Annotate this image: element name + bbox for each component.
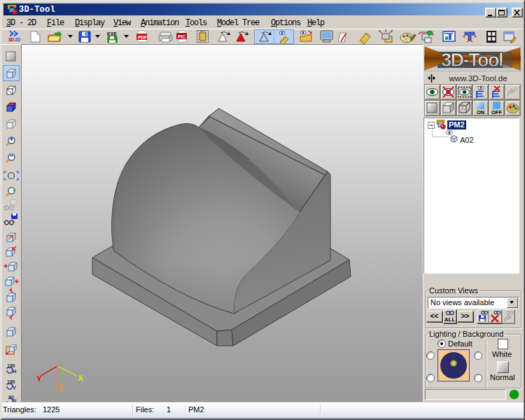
svg-text:ON: ON: [477, 109, 484, 115]
svg-text:3D: 3D: [8, 37, 15, 42]
svg-text:PDF: PDF: [138, 35, 147, 40]
svg-text:V: V: [13, 384, 16, 391]
svg-text:EXE: EXE: [107, 31, 117, 36]
svg-text:PIC: PIC: [178, 34, 186, 39]
svg-text:Y: Y: [36, 374, 42, 383]
svg-text:2D: 2D: [15, 37, 21, 42]
svg-text:3D-Tool: 3D-Tool: [441, 50, 503, 71]
svg-text:H: H: [13, 368, 16, 374]
svg-text:X: X: [78, 374, 83, 382]
svg-text:OFF: OFF: [491, 109, 502, 115]
svg-text:Z: Z: [58, 384, 63, 392]
